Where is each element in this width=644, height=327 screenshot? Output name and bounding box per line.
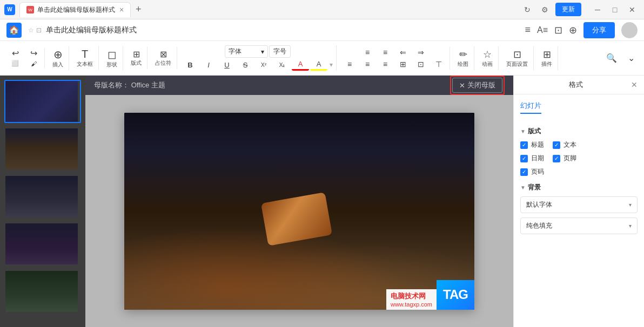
- insert-label: 插入: [52, 61, 63, 69]
- slide-item-2[interactable]: 2: [4, 127, 81, 171]
- undo-button[interactable]: ↩: [6, 48, 24, 59]
- font-dropdown[interactable]: 默认字体 ▾: [520, 196, 638, 213]
- underline-button[interactable]: U: [218, 60, 236, 70]
- presentation-icon[interactable]: ⊡: [554, 24, 562, 36]
- new-tab-btn[interactable]: +: [132, 3, 145, 16]
- bg-section-title: 背景: [520, 183, 638, 192]
- plugin-button[interactable]: ⊞ 插件: [538, 46, 555, 70]
- footer-checkbox-item[interactable]: ✓ 页脚: [553, 154, 576, 163]
- titlebar-controls: ↻ ⚙ 更新 ─ □ ✕: [521, 2, 640, 17]
- text-align-top-button[interactable]: ⊤: [430, 59, 447, 70]
- subscript-button[interactable]: X₂: [273, 61, 291, 69]
- justify-button[interactable]: ⊞: [394, 59, 412, 70]
- right-panel-close-button[interactable]: ✕: [631, 80, 638, 89]
- text-checkbox-item[interactable]: ✓ 文本: [553, 140, 576, 149]
- title-checkbox-label: 标题: [531, 140, 544, 149]
- home-icon[interactable]: 🏠: [6, 23, 22, 38]
- font-size-display[interactable]: 字号: [269, 45, 291, 58]
- redo-button[interactable]: ↪: [25, 48, 42, 59]
- insert-button[interactable]: ⊕ 插入: [49, 46, 66, 71]
- close-master-button[interactable]: ✕ 关闭母版: [452, 78, 502, 93]
- align-right-button[interactable]: ≡: [377, 59, 394, 70]
- title-checkbox[interactable]: ✓: [520, 141, 528, 149]
- close-window-button[interactable]: ✕: [625, 2, 640, 17]
- menubar-right: ≡ A≡ ⊡ ⊕ 分享: [525, 22, 638, 38]
- date-checkbox-label: 日期: [531, 154, 544, 163]
- increase-indent-button[interactable]: ⇒: [412, 47, 430, 58]
- placeholder-label: 占位符: [155, 59, 171, 67]
- slide-item-3[interactable]: 3: [4, 175, 81, 218]
- highlight-color-button[interactable]: A: [310, 59, 327, 71]
- active-tab[interactable]: W 单击此处编辑母版标题样式 ×: [19, 2, 131, 17]
- fill-dropdown[interactable]: 纯色填充 ▾: [520, 217, 638, 234]
- tab-close-btn[interactable]: ×: [119, 5, 124, 14]
- title-checkbox-item[interactable]: ✓ 标题: [520, 140, 544, 149]
- font-color-button[interactable]: A: [292, 59, 309, 71]
- draw-button[interactable]: ✏ 绘图: [454, 46, 472, 70]
- font-settings-icon[interactable]: A≡: [537, 25, 548, 35]
- close-master-label: 关闭母版: [467, 80, 495, 90]
- watermark-url: www.tagxp.com: [391, 301, 432, 308]
- shape-group: ◻ 形状: [101, 46, 123, 71]
- doc-mode-icon[interactable]: ⊡: [36, 26, 42, 34]
- slides-section: 幻灯片: [520, 101, 638, 120]
- footer-checkbox[interactable]: ✓: [553, 155, 560, 162]
- align-center-button[interactable]: ≡: [359, 59, 376, 70]
- master-bar: 母版名称： Office 主题 ✕ 关闭母版: [85, 76, 513, 95]
- slide-item-4[interactable]: 4: [4, 222, 81, 265]
- font-group: 字体 ▾ 字号 B I U S X² X₂ A A ▾: [179, 45, 337, 71]
- share-button[interactable]: 分享: [583, 22, 615, 38]
- font-family-selector[interactable]: 字体 ▾: [225, 45, 268, 58]
- animation-group: ☆ 动画: [477, 46, 499, 70]
- textbox-group: T 文本框: [71, 46, 99, 70]
- tab-title: 单击此处编辑母版标题样式: [37, 5, 115, 15]
- update-button[interactable]: 更新: [555, 3, 581, 16]
- placeholder-button[interactable]: ⊠ 占位符: [152, 47, 175, 69]
- search-button[interactable]: 🔍: [603, 53, 620, 64]
- date-checkbox-item[interactable]: ✓ 日期: [520, 154, 544, 163]
- date-checkbox[interactable]: ✓: [520, 155, 528, 162]
- format-tab[interactable]: 格式: [520, 80, 631, 90]
- slide-item-1[interactable]: 1: [4, 80, 81, 123]
- text-direction-button[interactable]: ⊡: [412, 59, 430, 70]
- textbox-label: 文本框: [77, 60, 93, 68]
- maximize-button[interactable]: □: [607, 2, 622, 17]
- shape-button[interactable]: ◻ 形状: [103, 46, 120, 71]
- font-dropdown-arrow: ▾: [629, 202, 632, 208]
- paint-format-button[interactable]: ⬜: [6, 59, 24, 68]
- titlebar: W W 单击此处编辑母版标题样式 × + ↻ ⚙ 更新 ─ □ ✕: [0, 0, 644, 19]
- favorite-icon[interactable]: ☆: [28, 26, 34, 34]
- slide-panel: 1 2 3 4 5: [0, 76, 85, 327]
- slides-tab-label[interactable]: 幻灯片: [520, 101, 541, 114]
- strikethrough-button[interactable]: S: [237, 60, 254, 70]
- close-master-highlight: ✕ 关闭母版: [450, 76, 505, 95]
- slide-item-5[interactable]: 5: [4, 270, 81, 313]
- slide-canvas[interactable]: 电脑技术网 www.tagxp.com TAG: [124, 113, 474, 310]
- draw-label: 绘图: [458, 60, 468, 68]
- pagenum-checkbox-item[interactable]: ✓ 页码: [520, 167, 544, 176]
- document-title[interactable]: 单击此处编辑母版标题样式: [46, 25, 525, 35]
- hamburger-menu-icon[interactable]: ≡: [525, 24, 531, 36]
- bullet-list-button[interactable]: ≡: [359, 47, 376, 58]
- paint-brush-button[interactable]: 🖌: [25, 59, 42, 68]
- decrease-indent-button[interactable]: ⇐: [394, 47, 412, 58]
- refresh-icon[interactable]: ↻: [521, 3, 534, 16]
- text-checkbox[interactable]: ✓: [553, 141, 560, 149]
- textbox-button[interactable]: T 文本框: [73, 46, 96, 70]
- settings-icon[interactable]: ⚙: [538, 3, 551, 16]
- page-setup-button[interactable]: ⊡ 页面设置: [503, 46, 531, 70]
- close-master-x-icon: ✕: [459, 81, 465, 90]
- checkbox-row-2: ✓ 日期 ✓ 页脚: [520, 154, 638, 163]
- more-options-button[interactable]: ⌄: [622, 53, 640, 64]
- user-avatar[interactable]: [621, 22, 638, 38]
- minimize-button[interactable]: ─: [590, 2, 605, 17]
- pagenum-checkbox[interactable]: ✓: [520, 168, 528, 176]
- superscript-button[interactable]: X²: [255, 61, 272, 69]
- italic-button[interactable]: I: [200, 60, 217, 70]
- format-button[interactable]: ⊞ 版式: [128, 47, 145, 69]
- animation-button[interactable]: ☆ 动画: [479, 46, 496, 70]
- align-left-button[interactable]: ≡: [341, 59, 358, 70]
- add-collaborator-icon[interactable]: ⊕: [569, 24, 577, 36]
- numbered-list-button[interactable]: ≡: [377, 47, 394, 58]
- bold-button[interactable]: B: [182, 60, 199, 70]
